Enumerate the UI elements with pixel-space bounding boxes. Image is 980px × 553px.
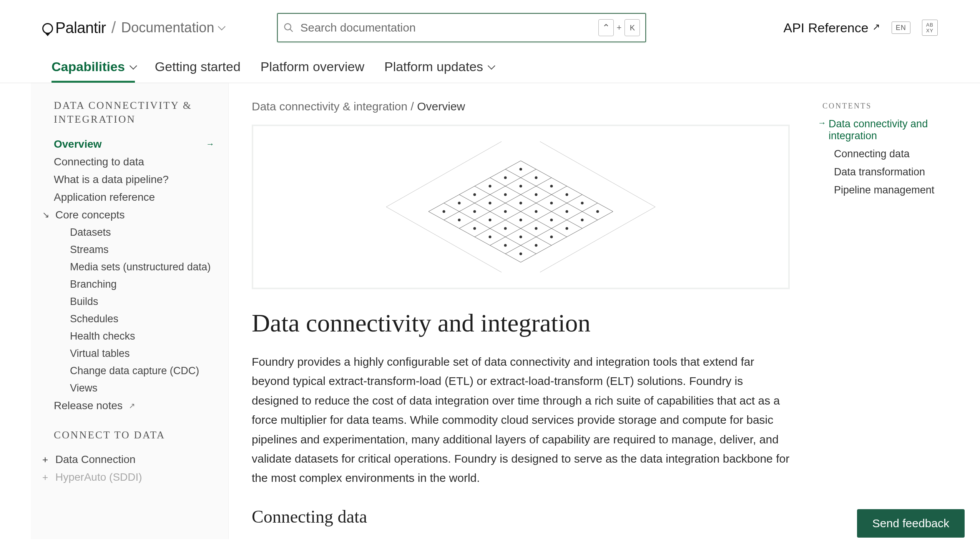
topbar: Palantir / Documentation Search document… — [0, 0, 980, 42]
toc-list: Data connectivity and integration Connec… — [822, 118, 965, 196]
sidebar-item-media-sets[interactable]: Media sets (unstructured data) — [54, 261, 214, 273]
sidebar-section-title-2: CONNECT TO DATA — [54, 428, 214, 442]
search-icon — [283, 22, 294, 33]
sidebar-item-health-checks[interactable]: Health checks — [54, 330, 214, 342]
primary-nav: Capabilities Getting started Platform ov… — [0, 48, 980, 83]
documentation-dropdown[interactable]: Documentation — [121, 20, 223, 36]
search-placeholder: Search documentation — [300, 21, 598, 34]
svg-point-0 — [285, 24, 291, 30]
accessibility-badge[interactable]: AB XY — [922, 20, 938, 36]
svg-point-37 — [473, 227, 476, 230]
a11y-top: AB — [926, 22, 933, 27]
send-feedback-button[interactable]: Send feedback — [857, 509, 965, 538]
sidebar-item-connecting[interactable]: Connecting to data — [54, 156, 214, 168]
toc-title: CONTENTS — [822, 102, 965, 110]
svg-point-52 — [566, 227, 568, 230]
sidebar-item-hyperauto[interactable]: + HyperAuto (SDDI) — [42, 471, 214, 483]
toc-item-2[interactable]: Data transformation — [822, 166, 965, 178]
sidebar-item-cdc[interactable]: Change data capture (CDC) — [54, 365, 214, 377]
svg-point-41 — [520, 219, 522, 222]
sidebar-item-streams[interactable]: Streams — [54, 244, 214, 256]
nav-getting-started[interactable]: Getting started — [155, 59, 241, 83]
svg-point-25 — [443, 210, 445, 213]
nav-capabilities[interactable]: Capabilities — [51, 59, 135, 83]
page-body: DATA CONNECTIVITY & INTEGRATION Overview… — [0, 83, 980, 539]
sidebar-item-views[interactable]: Views — [54, 382, 214, 394]
chevron-down-icon — [130, 62, 137, 70]
plus-icon: + — [42, 454, 51, 466]
documentation-label: Documentation — [121, 20, 214, 36]
toc-item-1[interactable]: Connecting data — [822, 148, 965, 160]
sidebar-item-label: Core concepts — [55, 209, 125, 221]
api-reference-link[interactable]: API Reference ↗ — [784, 20, 880, 35]
sidebar-item-branching[interactable]: Branching — [54, 278, 214, 290]
breadcrumb-slash: / — [111, 18, 116, 37]
svg-point-54 — [535, 244, 538, 247]
expand-down-icon: ↘ — [42, 210, 51, 220]
svg-point-32 — [550, 185, 553, 188]
sidebar: DATA CONNECTIVITY & INTEGRATION Overview… — [31, 83, 229, 539]
breadcrumb: Data connectivity & integration / Overvi… — [252, 100, 792, 113]
breadcrumb-parent[interactable]: Data connectivity & integration — [252, 100, 407, 113]
nav-platform-updates[interactable]: Platform updates — [384, 59, 493, 83]
svg-point-36 — [489, 219, 492, 222]
sidebar-item-overview[interactable]: Overview → — [54, 138, 214, 150]
sidebar-item-data-connection[interactable]: + Data Connection — [42, 453, 214, 466]
sidebar-item-virtual-tables[interactable]: Virtual tables — [54, 348, 214, 360]
svg-point-26 — [535, 177, 538, 179]
chevron-down-icon — [488, 62, 495, 70]
svg-point-22 — [489, 185, 492, 188]
sidebar-item-core-concepts[interactable]: ↘ Core concepts — [42, 209, 214, 221]
topbar-right: API Reference ↗ EN AB XY — [784, 20, 938, 36]
toc-item-0[interactable]: Data connectivity and integration — [822, 118, 965, 142]
svg-point-49 — [504, 244, 507, 247]
arrow-right-icon: → — [206, 139, 214, 149]
svg-line-2 — [386, 142, 502, 207]
svg-point-50 — [596, 210, 599, 213]
svg-point-27 — [520, 185, 522, 188]
nav-platform-overview[interactable]: Platform overview — [261, 59, 364, 83]
kbd-plus: + — [617, 23, 622, 33]
keyboard-shortcut: ⌃ + K — [598, 19, 640, 36]
brand-logo[interactable]: Palantir — [42, 19, 106, 37]
external-link-icon: ↗ — [872, 22, 880, 32]
svg-point-30 — [473, 210, 476, 213]
sidebar-item-datasets[interactable]: Datasets — [54, 227, 214, 238]
kbd-k: K — [625, 19, 640, 36]
svg-point-42 — [504, 227, 507, 230]
sidebar-item-schedules[interactable]: Schedules — [54, 313, 214, 325]
sidebar-item-pipeline[interactable]: What is a data pipeline? — [54, 173, 214, 186]
svg-line-1 — [290, 29, 293, 32]
sidebar-item-app-ref[interactable]: Application reference — [54, 191, 214, 203]
sidebar-list-2: + Data Connection + HyperAuto (SDDI) — [54, 453, 214, 483]
kbd-ctrl: ⌃ — [598, 19, 614, 36]
svg-point-28 — [504, 193, 507, 196]
search-input[interactable]: Search documentation ⌃ + K — [277, 13, 646, 42]
svg-point-35 — [504, 210, 507, 213]
svg-point-55 — [520, 253, 522, 255]
svg-point-44 — [581, 202, 584, 205]
sidebar-item-label: Overview — [54, 138, 102, 150]
section-heading-connecting-data: Connecting data — [252, 506, 792, 527]
svg-point-31 — [458, 219, 461, 222]
svg-point-47 — [535, 227, 538, 230]
language-badge[interactable]: EN — [892, 22, 910, 34]
page-title: Data connectivity and integration — [252, 308, 792, 338]
svg-line-5 — [540, 207, 655, 272]
breadcrumb-sep: / — [411, 100, 417, 113]
svg-point-51 — [581, 219, 584, 222]
sidebar-item-builds[interactable]: Builds — [54, 296, 214, 308]
sidebar-item-release-notes[interactable]: Release notes ↗ — [54, 400, 214, 412]
svg-point-33 — [535, 193, 538, 196]
brand-block: Palantir / Documentation — [42, 18, 223, 37]
plus-icon: + — [42, 471, 51, 483]
sidebar-item-label: Release notes — [54, 400, 123, 412]
svg-point-39 — [550, 202, 553, 205]
hero-illustration — [252, 125, 790, 289]
svg-point-20 — [520, 168, 522, 171]
sidebar-section-title: DATA CONNECTIVITY & INTEGRATION — [54, 98, 214, 127]
svg-point-29 — [489, 202, 492, 205]
api-reference-label: API Reference — [784, 20, 869, 35]
svg-point-53 — [550, 236, 553, 238]
toc-item-3[interactable]: Pipeline management — [822, 184, 965, 196]
